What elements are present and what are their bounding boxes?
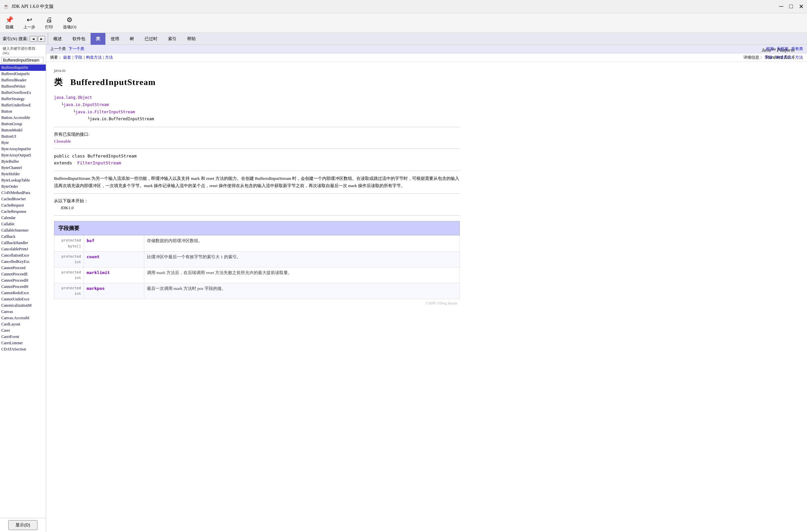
sidebar-item-10[interactable]: ButtonModel	[0, 127, 46, 133]
sidebar-item-6[interactable]: BufferUnderflowE	[0, 102, 46, 108]
sidebar-item-44[interactable]: CaretListener	[0, 340, 46, 346]
watermark: CSDN ©Ding Jiaojin	[54, 299, 460, 308]
sidebar-item-23[interactable]: CacheResponse	[0, 209, 46, 215]
sidebar-item-35[interactable]: CannotProceedH	[0, 284, 46, 290]
field-desc-1: 比缓冲区中最后一个有效字节的索引大 1 的索引。	[144, 251, 460, 267]
sidebar-item-2[interactable]: BufferedReader	[0, 77, 46, 83]
sidebar-item-18[interactable]: ByteLookupTable	[0, 177, 46, 184]
constructor-link[interactable]: 构造方法	[86, 55, 102, 60]
options-button[interactable]: ⚙ 选项(O)	[63, 16, 76, 30]
sidebar-item-43[interactable]: CaretEvent	[0, 334, 46, 340]
sidebar-item-13[interactable]: ByteArrayInputStr	[0, 146, 46, 152]
sidebar-search-hint: 键入关键字进行查找(W):	[0, 45, 46, 56]
inputstream-link[interactable]: java.io.InputStream	[63, 102, 109, 107]
field-link-1[interactable]: count	[87, 254, 99, 259]
sidebar-item-27[interactable]: Callback	[0, 233, 46, 240]
sidebar-item-26[interactable]: CallableStatemer	[0, 227, 46, 233]
summary-nav: 摘要： 嵌套 | 字段 | 构造方法 | 方法 详细信息： 字段 | 构造方法 …	[46, 53, 807, 62]
sidebar-item-39[interactable]: Canvas	[0, 309, 46, 315]
filterinputstream-link[interactable]: java.io.FilterInputStream	[75, 110, 135, 114]
sidebar-item-37[interactable]: CannotUndoExce	[0, 296, 46, 302]
sidebar-item-24[interactable]: Calendar	[0, 215, 46, 221]
close-button[interactable]: ✕	[799, 3, 804, 10]
field-name-2: marklimit	[84, 267, 144, 283]
sidebar-item-25[interactable]: Callable	[0, 221, 46, 227]
sidebar-item-31[interactable]: CancelledKeyExc	[0, 259, 46, 265]
tab-class[interactable]: 类	[91, 33, 105, 45]
sidebar-item-33[interactable]: CannotProceedE	[0, 271, 46, 277]
field-modifier-2: protected int	[54, 267, 84, 283]
sidebar-item-34[interactable]: CannotProceedH	[0, 277, 46, 284]
print-button[interactable]: 🖨 打印	[45, 16, 53, 30]
sidebar-search-input-container	[1, 57, 44, 63]
object-link[interactable]: java.lang.Object	[54, 95, 92, 100]
tab-help[interactable]: 帮助	[182, 33, 201, 45]
divider-2	[54, 149, 460, 149]
extends-class-link[interactable]: FilterInputStream	[77, 160, 121, 165]
field-desc-3: 最后一次调用 mark 方法时 pos 字段的值。	[144, 283, 460, 299]
sidebar-search-field[interactable]	[1, 57, 43, 63]
show-button[interactable]: 显示(D)	[8, 520, 37, 530]
sep2: |	[84, 55, 84, 60]
field-link-3[interactable]: markpos	[87, 286, 105, 291]
tab-deprecated[interactable]: 已过时	[139, 33, 163, 45]
class-keyword: 类	[54, 77, 63, 87]
sidebar-item-8[interactable]: Button.Accessible	[0, 115, 46, 121]
sidebar-item-20[interactable]: C14NMethodPara	[0, 190, 46, 196]
next-search-button[interactable]: ►	[38, 36, 45, 42]
class-name: BufferedInputStream	[71, 77, 156, 87]
field-link[interactable]: 字段	[74, 55, 82, 60]
sidebar-item-7[interactable]: Button	[0, 108, 46, 115]
hide-button[interactable]: 📌 隐藏	[5, 16, 14, 30]
tab-use[interactable]: 使用	[105, 33, 124, 45]
sidebar-item-11[interactable]: ButtonUI	[0, 133, 46, 140]
sidebar-class-list: BufferedInputStrBufferedOutputStBuffered…	[0, 64, 46, 518]
tab-package[interactable]: 软件包	[67, 33, 91, 45]
class-decl-text: public class BufferedInputStream	[54, 153, 136, 158]
maximize-button[interactable]: □	[789, 3, 793, 10]
sidebar-item-41[interactable]: CardLayout	[0, 321, 46, 327]
content-area: 上一个类 下一个类 Java™ Platform Standard Ed. 6 …	[46, 45, 807, 532]
sidebar-item-15[interactable]: ByteBuffer	[0, 158, 46, 165]
sidebar-item-5[interactable]: BufferStrategy	[0, 96, 46, 102]
search-colon: 搜索:	[18, 36, 28, 42]
divider-1	[54, 127, 460, 127]
sidebar-item-4[interactable]: BufferOverflowEx	[0, 90, 46, 96]
field-name-0: buf	[84, 235, 144, 251]
sidebar-item-22[interactable]: CacheRequest	[0, 202, 46, 209]
title-bar-controls: ─ □ ✕	[779, 3, 804, 10]
sidebar-item-17[interactable]: ByteHolder	[0, 171, 46, 177]
prev-search-button[interactable]: ◄	[30, 36, 37, 42]
sidebar-item-21[interactable]: CachedRowSet	[0, 196, 46, 202]
nested-link[interactable]: 嵌套	[63, 55, 71, 60]
sidebar-item-3[interactable]: BufferedWriter	[0, 83, 46, 90]
field-link-2[interactable]: marklimit	[87, 270, 110, 275]
sidebar-item-40[interactable]: Canvas.Accessibl	[0, 315, 46, 321]
method-link[interactable]: 方法	[105, 55, 113, 60]
field-link-0[interactable]: buf	[87, 238, 94, 243]
next-class-link[interactable]: 下一个类	[69, 46, 84, 52]
sidebar-item-38[interactable]: CanonicalizationM	[0, 302, 46, 309]
sidebar-item-9[interactable]: ButtonGroup	[0, 121, 46, 127]
tab-tree[interactable]: 树	[124, 33, 139, 45]
closeable-link[interactable]: Closeable	[54, 139, 71, 144]
sidebar-item-29[interactable]: CancelablePrintJ	[0, 246, 46, 252]
sidebar-item-30[interactable]: CancellationExce	[0, 252, 46, 259]
sidebar-item-36[interactable]: CannotRedoExce	[0, 290, 46, 296]
options-label: 选项(O)	[63, 24, 76, 30]
sidebar-item-19[interactable]: ByteOrder	[0, 184, 46, 190]
tab-index[interactable]: 索引	[163, 33, 182, 45]
minimize-button[interactable]: ─	[779, 3, 783, 10]
sidebar-item-32[interactable]: CannotProceed	[0, 265, 46, 271]
sidebar-item-1[interactable]: BufferedOutputSt	[0, 71, 46, 77]
tab-overview[interactable]: 概述	[48, 33, 67, 45]
sidebar-item-42[interactable]: Caret	[0, 327, 46, 334]
sidebar-item-45[interactable]: CDATASection	[0, 346, 46, 353]
back-button[interactable]: ↩ 上一步	[23, 16, 35, 30]
sidebar-item-14[interactable]: ByteArrayOutputS	[0, 152, 46, 158]
field-modifier-1: protected int	[54, 251, 84, 267]
sidebar-item-28[interactable]: CallbackHandler	[0, 240, 46, 246]
sidebar-item-12[interactable]: Byte	[0, 140, 46, 146]
sidebar-item-0[interactable]: BufferedInputStr	[0, 64, 46, 71]
sidebar-item-16[interactable]: ByteChannel	[0, 165, 46, 171]
